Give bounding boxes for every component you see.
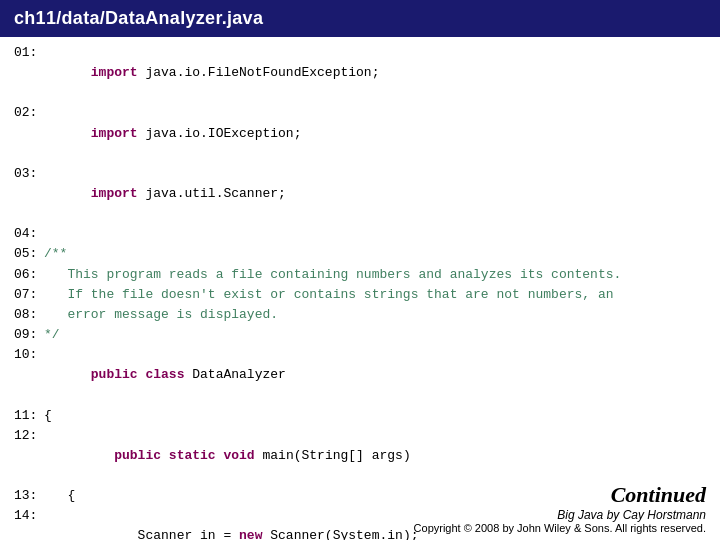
line-num-07: 07:: [14, 285, 44, 305]
code-text-14: Scanner in = new Scanner(System.in);: [44, 506, 418, 540]
line-num-10: 10:: [14, 345, 44, 405]
continued-label: Continued: [414, 482, 706, 508]
line-num-04: 04:: [14, 224, 44, 244]
code-line-09: 09: */: [14, 325, 706, 345]
line-num-05: 05:: [14, 244, 44, 264]
code-text-11: {: [44, 406, 52, 426]
code-line-12: 12: public static void main(String[] arg…: [14, 426, 706, 486]
code-text-03: import java.util.Scanner;: [44, 164, 286, 224]
code-text-02: import java.io.IOException;: [44, 103, 301, 163]
code-text-12: public static void main(String[] args): [44, 426, 411, 486]
code-text-13: {: [44, 486, 75, 506]
code-text-10: public class DataAnalyzer: [44, 345, 286, 405]
line-num-11: 11:: [14, 406, 44, 426]
code-line-11: 11: {: [14, 406, 706, 426]
code-line-02: 02: import java.io.IOException;: [14, 103, 706, 163]
code-line-05: 05: /**: [14, 244, 706, 264]
line-num-09: 09:: [14, 325, 44, 345]
code-text-09: */: [44, 325, 60, 345]
code-line-08: 08: error message is displayed.: [14, 305, 706, 325]
code-text-07: If the file doesn't exist or contains st…: [44, 285, 614, 305]
code-line-01: 01: import java.io.FileNotFoundException…: [14, 43, 706, 103]
code-text-08: error message is displayed.: [44, 305, 278, 325]
footer: Continued Big Java by Cay Horstmann Copy…: [414, 482, 706, 534]
line-num-13: 13:: [14, 486, 44, 506]
line-num-14: 14:: [14, 506, 44, 540]
code-line-04: 04:: [14, 224, 706, 244]
page-title: ch11/data/DataAnalyzer.java: [0, 0, 720, 37]
code-line-06: 06: This program reads a file containing…: [14, 265, 706, 285]
code-line-07: 07: If the file doesn't exist or contain…: [14, 285, 706, 305]
code-line-10: 10: public class DataAnalyzer: [14, 345, 706, 405]
line-num-03: 03:: [14, 164, 44, 224]
code-text-05: /**: [44, 244, 67, 264]
line-num-02: 02:: [14, 103, 44, 163]
code-line-03: 03: import java.util.Scanner;: [14, 164, 706, 224]
line-num-06: 06:: [14, 265, 44, 285]
copyright-label: Copyright © 2008 by John Wiley & Sons. A…: [414, 522, 706, 534]
line-num-12: 12:: [14, 426, 44, 486]
line-num-08: 08:: [14, 305, 44, 325]
code-text-01: import java.io.FileNotFoundException;: [44, 43, 379, 103]
big-java-label: Big Java by Cay Horstmann: [414, 508, 706, 522]
code-area: 01: import java.io.FileNotFoundException…: [0, 37, 720, 540]
line-num-01: 01:: [14, 43, 44, 103]
code-text-06: This program reads a file containing num…: [44, 265, 621, 285]
